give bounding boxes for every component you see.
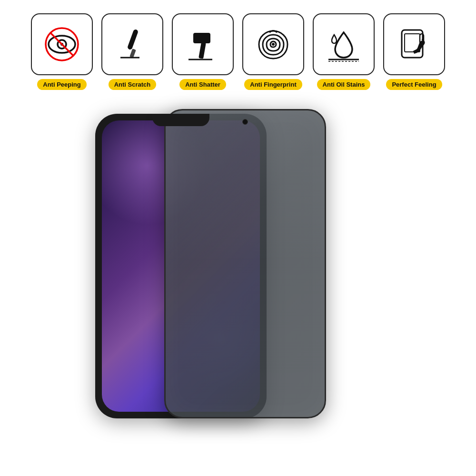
knife-icon — [113, 25, 151, 63]
water-drop-icon — [325, 25, 363, 63]
svg-rect-8 — [193, 33, 210, 43]
icon-box-anti-oil-stains — [313, 13, 375, 75]
feature-anti-shatter: Anti Shatter — [172, 13, 234, 90]
svg-point-11 — [272, 43, 275, 46]
feature-anti-peeping: Anti Peeping — [31, 13, 93, 90]
icon-box-anti-peeping — [31, 13, 93, 75]
svg-rect-5 — [127, 29, 139, 50]
privacy-glass-protector — [164, 109, 326, 418]
icon-box-anti-fingerprint — [242, 13, 304, 75]
feature-anti-oil-stains: Anti Oil Stains — [313, 13, 375, 90]
feature-anti-fingerprint: Anti Fingerprint — [242, 13, 304, 90]
hand-touch-icon — [395, 25, 433, 63]
privacy-camera-hole — [242, 119, 248, 125]
icon-box-perfect-feeling — [383, 13, 445, 75]
label-anti-scratch: Anti Scratch — [109, 79, 157, 90]
svg-rect-6 — [129, 49, 136, 58]
hammer-icon — [184, 25, 222, 63]
label-anti-fingerprint: Anti Fingerprint — [244, 79, 302, 90]
features-row: Anti Peeping Anti Scratch — [17, 13, 459, 90]
eye-slash-icon — [43, 25, 81, 63]
phone-notch — [152, 114, 209, 126]
page-container: Anti Peeping Anti Scratch — [0, 0, 476, 476]
fingerprint-icon — [254, 25, 292, 63]
svg-rect-9 — [198, 42, 206, 59]
label-anti-oil-stains: Anti Oil Stains — [317, 79, 371, 90]
feature-anti-scratch: Anti Scratch — [101, 13, 163, 90]
label-anti-peeping: Anti Peeping — [37, 79, 86, 90]
icon-box-anti-scratch — [101, 13, 163, 75]
icon-box-anti-shatter — [172, 13, 234, 75]
label-anti-shatter: Anti Shatter — [179, 79, 226, 90]
feature-perfect-feeling: Perfect Feeling — [383, 13, 445, 90]
label-perfect-feeling: Perfect Feeling — [386, 79, 442, 90]
phone-area — [71, 104, 405, 428]
